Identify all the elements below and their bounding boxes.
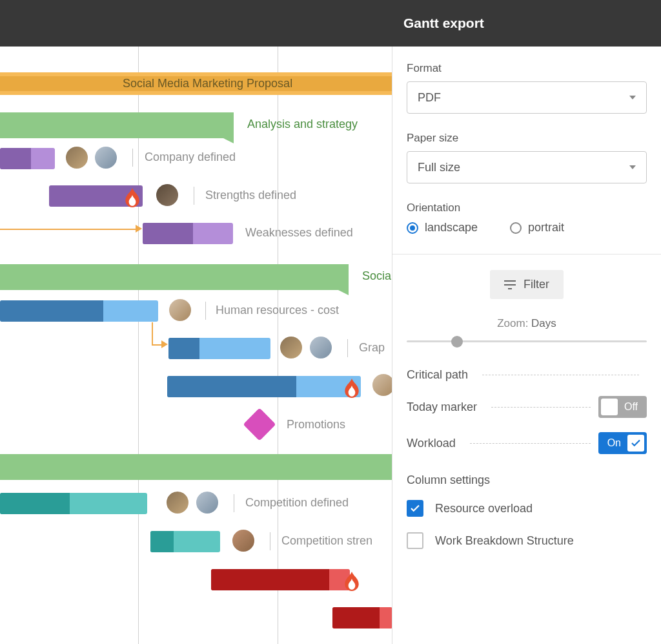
paper-label: Paper size <box>407 132 647 145</box>
avatar[interactable] <box>231 528 256 553</box>
group-label: Analysis and strategy <box>247 118 358 131</box>
avatar[interactable] <box>195 490 219 515</box>
task-bar[interactable] <box>211 569 350 590</box>
checkbox-icon <box>407 532 423 549</box>
format-label: Format <box>407 62 647 75</box>
radio-landscape[interactable]: landscape <box>407 221 478 234</box>
task-bar-comp-stren[interactable] <box>150 531 220 552</box>
dependency-arrow-icon <box>136 225 142 233</box>
chevron-down-icon <box>629 96 636 99</box>
divider <box>194 187 194 205</box>
radio-icon <box>407 222 418 234</box>
task-label: Company defined <box>145 151 236 164</box>
radio-icon <box>510 222 522 234</box>
chevron-down-icon <box>629 165 636 169</box>
toggle-today[interactable]: Off <box>598 396 647 418</box>
avatar[interactable] <box>165 490 190 515</box>
task-label: Competition defined <box>245 496 349 510</box>
gridline <box>278 47 278 644</box>
avatar[interactable] <box>279 335 303 360</box>
divider <box>234 494 234 512</box>
task-label: Human resources - cost <box>216 304 339 317</box>
export-panel: Format PDF Paper size Full size Orientat… <box>392 47 661 644</box>
task-bar-weaknesses[interactable] <box>143 223 233 244</box>
project-title: Social Media Marketing Proposal <box>123 77 292 90</box>
divider <box>132 149 133 167</box>
task-bar-grap[interactable] <box>168 338 270 359</box>
divider <box>482 375 639 375</box>
header-title: Gantt export <box>403 16 484 31</box>
avatar[interactable] <box>371 373 392 397</box>
toggle-label-today: Today marker <box>407 400 477 414</box>
task-label: Grap <box>359 341 385 355</box>
checkbox-icon <box>407 500 423 517</box>
column-settings-title: Column settings <box>407 473 647 487</box>
avatar[interactable] <box>309 335 333 360</box>
avatar[interactable] <box>155 183 179 207</box>
divider <box>270 532 270 550</box>
divider <box>470 443 591 444</box>
checkbox-label: Work Breakdown Structure <box>435 534 574 548</box>
toggle-workload[interactable]: On <box>598 432 647 454</box>
filter-label: Filter <box>524 278 549 291</box>
radio-portrait[interactable]: portrait <box>510 221 564 234</box>
header-bar: Gantt export <box>0 0 661 47</box>
task-bar-competition[interactable] <box>0 493 147 514</box>
task-bar-hr[interactable] <box>0 300 158 322</box>
flame-icon <box>124 188 141 207</box>
format-select[interactable]: PDF <box>407 81 647 114</box>
task-label: Competition stren <box>281 534 372 548</box>
zoom-label: Zoom: Days <box>407 317 647 330</box>
divider <box>491 407 591 408</box>
toggle-label-critical: Critical path <box>407 368 468 382</box>
project-bar[interactable]: Social Media Marketing Proposal <box>0 72 392 95</box>
radio-label: landscape <box>425 221 478 234</box>
filter-button[interactable]: Filter <box>490 270 564 299</box>
task-bar[interactable] <box>332 607 392 628</box>
group-bar-analysis[interactable] <box>0 112 234 138</box>
task-bar-company[interactable] <box>0 148 55 169</box>
flame-icon <box>343 572 360 591</box>
dependency-line <box>152 322 153 344</box>
slider-thumb[interactable] <box>451 336 463 348</box>
task-label: Strengths defined <box>205 189 296 202</box>
task-label: Promotions <box>287 418 345 431</box>
orientation-label: Orientation <box>407 202 647 214</box>
dependency-arrow-icon <box>161 340 168 348</box>
divider <box>205 302 206 320</box>
milestone-promotions[interactable] <box>243 408 276 441</box>
format-value: PDF <box>418 91 441 105</box>
check-icon <box>630 437 642 449</box>
gantt-chart[interactable]: Social Media Marketing Proposal Analysis… <box>0 47 392 644</box>
task-label: Weaknesses defined <box>245 226 353 240</box>
filter-icon <box>504 280 516 289</box>
dependency-line <box>0 229 138 230</box>
group-bar[interactable] <box>0 454 392 480</box>
paper-select[interactable]: Full size <box>407 151 647 183</box>
radio-label: portrait <box>528 221 564 234</box>
divider <box>392 254 661 254</box>
task-bar[interactable] <box>167 376 361 397</box>
group-label: Socia <box>362 269 391 283</box>
avatar[interactable] <box>94 145 118 170</box>
checkbox-label: Resource overload <box>435 502 533 515</box>
avatar[interactable] <box>65 145 89 170</box>
paper-value: Full size <box>418 161 460 174</box>
avatar[interactable] <box>168 298 192 322</box>
zoom-slider[interactable] <box>407 340 647 342</box>
toggle-label-workload: Workload <box>407 437 456 450</box>
divider <box>347 339 348 357</box>
group-bar-social[interactable] <box>0 264 349 290</box>
flame-icon <box>343 379 360 398</box>
checkbox-wbs[interactable]: Work Breakdown Structure <box>407 532 647 549</box>
checkbox-overload[interactable]: Resource overload <box>407 500 647 517</box>
